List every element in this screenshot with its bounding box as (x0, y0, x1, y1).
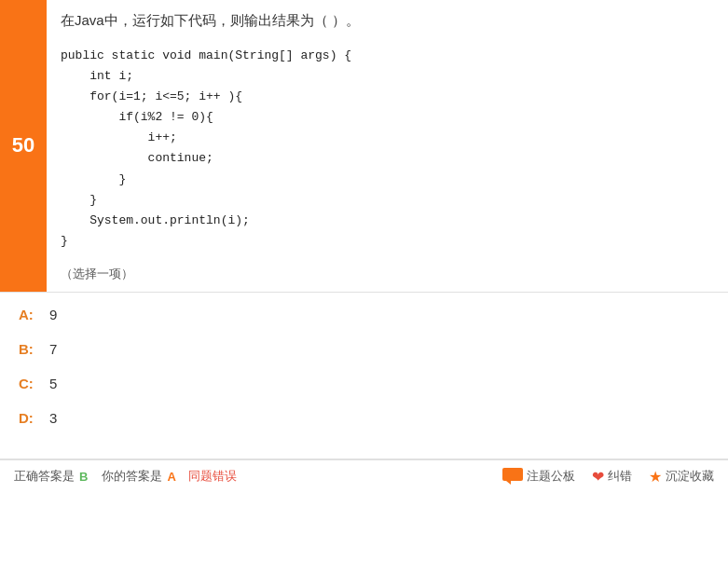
correction-label: 纠错 (608, 468, 632, 485)
collect-action[interactable]: ★ 沉淀收藏 (649, 468, 714, 486)
code-line-7: } (61, 170, 714, 190)
your-answer-label: 你的答案是 (102, 468, 162, 485)
svg-marker-1 (506, 481, 511, 485)
option-d-label: D: (19, 410, 42, 426)
option-a[interactable]: A: 9 (19, 307, 709, 322)
option-c[interactable]: C: 5 (19, 376, 709, 391)
correct-answer-label: 正确答案是 (14, 468, 75, 485)
option-d[interactable]: D: 3 (19, 410, 709, 426)
option-b[interactable]: B: 7 (19, 341, 709, 357)
wrong-label: 同题错误 (188, 468, 237, 485)
question-header: 50 在Java中，运行如下代码，则输出结果为（ ）。 public stati… (0, 0, 728, 292)
comment-board-icon (502, 468, 523, 485)
question-container: 50 在Java中，运行如下代码，则输出结果为（ ）。 public stati… (0, 0, 728, 493)
correct-answer-value: B (79, 470, 88, 484)
correction-action[interactable]: ❤ 纠错 (592, 468, 632, 486)
collect-icon: ★ (649, 468, 662, 486)
option-a-value: 9 (49, 307, 57, 322)
options-area: A: 9 B: 7 C: 5 D: 3 (0, 293, 728, 459)
code-line-10: } (61, 231, 714, 252)
option-d-value: 3 (49, 410, 57, 426)
comment-board-action[interactable]: 注题公板 (502, 468, 575, 485)
option-c-label: C: (19, 376, 42, 391)
code-line-9: System.out.println(i); (61, 211, 714, 231)
code-line-2: int i; (61, 66, 714, 87)
code-line-8: } (61, 190, 714, 211)
code-line-3: for(i=1; i<=5; i++ ){ (61, 87, 714, 107)
svg-rect-0 (502, 468, 523, 481)
option-c-value: 5 (49, 376, 57, 391)
comment-board-label: 注题公板 (527, 468, 575, 485)
question-description: 在Java中，运行如下代码，则输出结果为（ ）。 (61, 9, 714, 32)
code-line-4: if(i%2 != 0){ (61, 107, 714, 128)
code-line-1: public static void main(String[] args) { (61, 46, 714, 66)
footer-left: 正确答案是 B 你的答案是 A 同题错误 (14, 468, 237, 485)
question-number: 50 (0, 0, 47, 292)
option-a-label: A: (19, 307, 42, 322)
option-b-value: 7 (49, 341, 57, 357)
footer-bar: 正确答案是 B 你的答案是 A 同题错误 注题公板 ❤ 纠错 (0, 459, 728, 493)
code-block: public static void main(String[] args) {… (61, 41, 714, 256)
footer-right: 注题公板 ❤ 纠错 ★ 沉淀收藏 (502, 468, 714, 486)
code-line-5: i++; (61, 128, 714, 148)
your-answer-value: A (167, 470, 175, 484)
question-text-area: 在Java中，运行如下代码，则输出结果为（ ）。 public static v… (47, 0, 728, 292)
option-b-label: B: (19, 341, 42, 357)
select-hint: （选择一项） (61, 266, 714, 282)
collect-label: 沉淀收藏 (666, 468, 714, 485)
code-line-6: continue; (61, 148, 714, 169)
correction-icon: ❤ (592, 468, 604, 486)
